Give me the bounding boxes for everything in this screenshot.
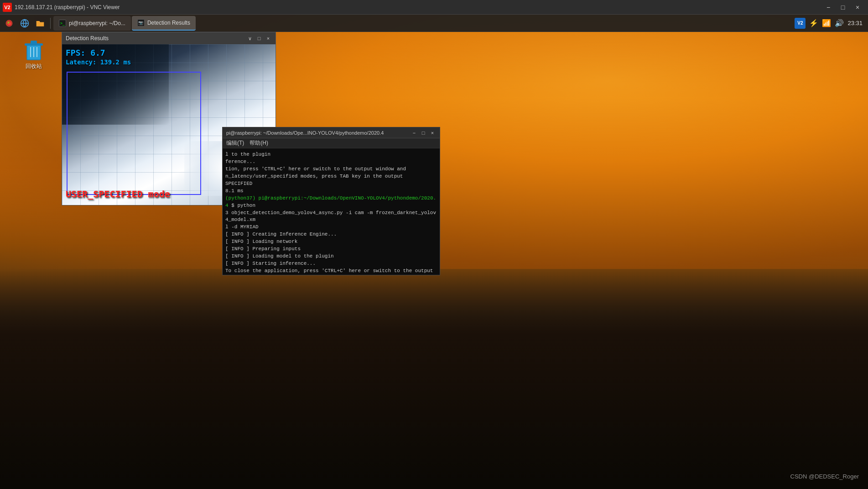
recycle-bin[interactable]: 回收站: [23, 39, 45, 70]
taskbar-raspberry-icon[interactable]: 🍓: [2, 16, 16, 31]
vnc-minimize-button[interactable]: −: [821, 3, 835, 12]
terminal-body[interactable]: l to the plugin ference... tion, press '…: [223, 148, 440, 275]
vnc-title: 192.168.137.21 (raspberrypi) - VNC Viewe…: [15, 4, 821, 11]
vnc-close-button[interactable]: ×: [851, 3, 864, 12]
mode-display: USER_SPECIFIED mode: [66, 189, 170, 200]
taskbar-detection-label: Detection Results: [147, 20, 190, 26]
svg-text:🍓: 🍓: [7, 21, 12, 26]
csdn-watermark: CSDN @DEDSEC_Roger: [790, 473, 859, 480]
fps-display: FPS: 6.7: [66, 48, 131, 58]
vnc-maximize-button[interactable]: □: [836, 3, 850, 12]
terminal-menu-help[interactable]: 帮助(H): [249, 139, 268, 147]
taskbar-terminal1-label: pi@raspberrypi: ~/Do...: [69, 20, 125, 26]
volume-icon: 🔊: [835, 19, 844, 27]
mountains: [0, 269, 868, 489]
terminal-line-11: (python37) pi@raspberrypi:~/Downloads/Op…: [225, 195, 437, 210]
terminal-line-1: l to the plugin: [225, 151, 437, 158]
terminal-line-18: [ INFO ] Starting inference...: [225, 260, 437, 268]
terminal-minimize-button[interactable]: −: [411, 129, 418, 137]
detection-maximize-button[interactable]: □: [255, 35, 263, 42]
detection-window-title: Detection Results: [66, 35, 109, 42]
terminal-line-5: n_latency/user_specified modes, press TA…: [225, 173, 437, 180]
vnc-window-controls: − □ ×: [821, 3, 864, 12]
detection-titlebar: Detection Results ∨ □ ×: [62, 32, 275, 44]
terminal1-icon: >_: [59, 20, 66, 27]
terminal-line-3: tion, press 'CTRL+C' here or switch to t…: [225, 166, 437, 173]
fps-overlay: FPS: 6.7 Latency: 139.2 ms: [66, 48, 131, 66]
terminal-maximize-button[interactable]: □: [420, 129, 427, 137]
terminal-prompt-dollar: $ python: [229, 203, 255, 208]
bluetooth-icon: ⚡: [809, 19, 818, 27]
terminal-window-controls: − □ ×: [411, 129, 436, 137]
latency-display: Latency: 139.2 ms: [66, 58, 131, 66]
terminal-line-9: 8.1 ms: [225, 188, 437, 195]
taskbar-right: V2 ⚡ 📶 🔊 23:31: [795, 18, 868, 29]
taskbar-divider: [50, 18, 51, 29]
detection-tab-icon: 📷: [137, 19, 145, 26]
detection-window-controls: ∨ □ ×: [246, 35, 272, 42]
vnc-titlebar: V2 192.168.137.21 (raspberrypi) - VNC Vi…: [0, 0, 868, 15]
terminal-line-12: 3 object_detection_demo_yolov4_async.py …: [225, 210, 437, 224]
detection-bounding-box: [67, 72, 201, 195]
recycle-bin-icon: [23, 39, 45, 61]
terminal-close-button[interactable]: ×: [429, 129, 436, 137]
recycle-bin-label: 回收站: [26, 63, 42, 70]
terminal-line-13: l -d MYRIAD: [225, 224, 437, 231]
taskbar-browser-icon[interactable]: [17, 16, 32, 31]
svg-rect-6: [31, 41, 37, 44]
vnc-systray-icon[interactable]: V2: [795, 18, 806, 29]
taskbar-terminal1-tab[interactable]: >_ pi@raspberrypi: ~/Do...: [53, 16, 131, 31]
terminal-line-7: SPECIFIED: [225, 180, 437, 188]
terminal-titlebar: pi@raspberrypi: ~/Downloads/Ope...INO-YO…: [223, 127, 440, 138]
detection-close-button[interactable]: ×: [265, 35, 272, 42]
terminal-menu-edit[interactable]: 编辑(T): [226, 139, 244, 147]
terminal-window-title: pi@raspberrypi: ~/Downloads/Ope...INO-YO…: [226, 130, 384, 136]
detection-minimize-button[interactable]: ∨: [246, 35, 254, 42]
taskbar: 🍓 >_ pi@raspberrypi: ~/Do... 📷 Detecti: [0, 15, 868, 32]
taskbar-files-icon[interactable]: [33, 16, 47, 31]
terminal-menubar: 编辑(T) 帮助(H): [223, 138, 440, 148]
wifi-icon: 📶: [822, 19, 831, 27]
taskbar-left: 🍓 >_ pi@raspberrypi: ~/Do... 📷 Detecti: [0, 16, 196, 31]
taskbar-detection-tab[interactable]: 📷 Detection Results: [132, 16, 196, 31]
terminal-line-17: [ INFO ] Loading model to the plugin: [225, 253, 437, 260]
terminal-line-19: To close the application, press 'CTRL+C'…: [225, 268, 437, 275]
terminal-line-15: [ INFO ] Loading network: [225, 238, 437, 246]
terminal-line-16: [ INFO ] Preparing inputs: [225, 246, 437, 253]
taskbar-clock: 23:31: [847, 20, 863, 26]
terminal-line-14: [ INFO ] Creating Inference Engine...: [225, 231, 437, 238]
terminal-prompt-user: (python37) pi@raspberrypi: [225, 195, 301, 201]
terminal-line-2: ference...: [225, 158, 437, 166]
vnc-logo: V2: [3, 3, 12, 12]
terminal-window: pi@raspberrypi: ~/Downloads/Ope...INO-YO…: [222, 127, 440, 275]
